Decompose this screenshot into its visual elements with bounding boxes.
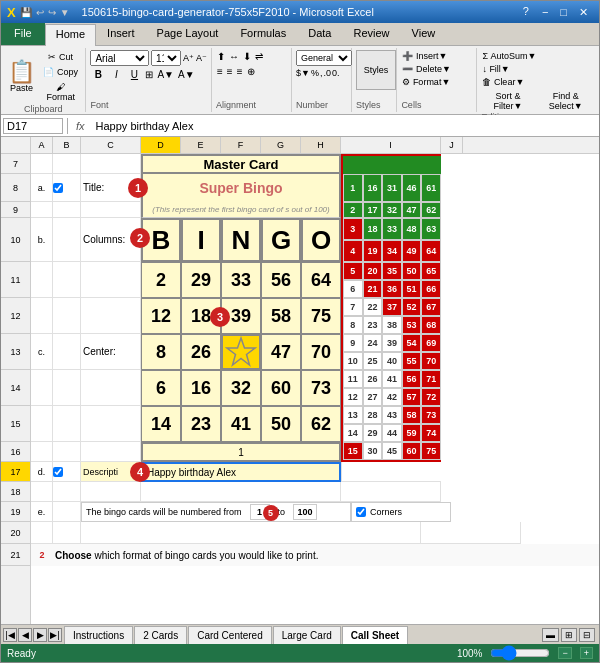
paste-button[interactable]: 📋 Paste	[5, 52, 38, 102]
last-sheet-button[interactable]: ▶|	[48, 628, 62, 642]
col-d[interactable]: D	[141, 137, 181, 153]
layout-view-button[interactable]: ⊞	[561, 628, 577, 642]
row-13[interactable]: 13	[1, 334, 30, 370]
tab-insert[interactable]: Insert	[96, 23, 146, 45]
cell-a16[interactable]	[31, 442, 53, 462]
cell-b11[interactable]	[53, 262, 81, 298]
maximize-button[interactable]: □	[555, 5, 572, 20]
col-f[interactable]: F	[221, 137, 261, 153]
copy-button[interactable]: 📄 Copy	[40, 65, 81, 79]
cell-styles-button[interactable]: Styles	[356, 50, 396, 90]
fill-button[interactable]: ↓ Fill▼	[481, 63, 595, 75]
cell-a19[interactable]: e.	[31, 502, 53, 522]
align-right-button[interactable]: ≡	[236, 65, 244, 78]
font-size-select[interactable]: 11	[151, 50, 181, 66]
cell-b8[interactable]	[53, 174, 81, 202]
cell-a13[interactable]: c.	[31, 334, 53, 370]
tab-2cards[interactable]: 2 Cards	[134, 626, 187, 644]
cell-c15[interactable]	[81, 406, 141, 442]
cell-b13[interactable]	[53, 334, 81, 370]
minimize-button[interactable]: −	[537, 5, 553, 20]
row-15[interactable]: 15	[1, 406, 30, 442]
cell-i20[interactable]	[421, 522, 521, 544]
sort-filter-button[interactable]: Sort & Filter▼	[481, 90, 534, 112]
cell-b14[interactable]	[53, 370, 81, 406]
quick-access-more[interactable]: ▼	[60, 7, 70, 18]
cell-c16[interactable]	[81, 442, 141, 462]
cell-c10[interactable]: Columns: 2	[81, 218, 141, 262]
cell-c7[interactable]	[81, 154, 141, 174]
cell-b17[interactable]	[53, 462, 81, 482]
row-17[interactable]: 17	[1, 462, 30, 482]
tab-card-centered[interactable]: Card Centered	[188, 626, 272, 644]
cell-b19[interactable]	[53, 502, 81, 522]
increase-decimal-button[interactable]: .0	[323, 68, 331, 78]
super-bingo-cell[interactable]: Super Bingo	[141, 174, 341, 202]
cell-c9[interactable]	[81, 202, 141, 218]
row-21[interactable]: 21	[1, 544, 30, 566]
cell-a20[interactable]	[31, 522, 53, 544]
cell-a7[interactable]	[31, 154, 53, 174]
merge-button[interactable]: ⊕	[246, 65, 256, 78]
description-value-cell[interactable]: Happy birthday Alex	[141, 462, 341, 482]
row-14[interactable]: 14	[1, 370, 30, 406]
row-20[interactable]: 20	[1, 522, 30, 544]
underline-button[interactable]: U	[126, 68, 142, 81]
normal-view-button[interactable]: ▬	[542, 628, 559, 642]
col-e[interactable]: E	[181, 137, 221, 153]
cell-a11[interactable]	[31, 262, 53, 298]
zoom-slider[interactable]	[490, 649, 550, 657]
bold-button[interactable]: B	[90, 68, 106, 81]
cell-b7[interactable]	[53, 154, 81, 174]
quick-access-redo[interactable]: ↪	[48, 7, 56, 18]
row-12[interactable]: 12	[1, 298, 30, 334]
tab-home[interactable]: Home	[45, 24, 96, 46]
cell-c13[interactable]: Center:	[81, 334, 141, 370]
first-sheet-button[interactable]: |◀	[3, 628, 17, 642]
cell-b15[interactable]	[53, 406, 81, 442]
name-box[interactable]	[3, 118, 63, 134]
zoom-out-button[interactable]: −	[558, 647, 571, 659]
tab-review[interactable]: Review	[342, 23, 400, 45]
cut-button[interactable]: ✂ Cut	[40, 50, 81, 64]
cell-a10[interactable]: b.	[31, 218, 53, 262]
corners-checkbox[interactable]	[356, 507, 366, 517]
help-icon[interactable]: ?	[517, 5, 535, 20]
border-button[interactable]: ⊞	[144, 68, 154, 81]
row-19[interactable]: 19	[1, 502, 30, 522]
insert-button[interactable]: ➕ Insert▼	[401, 50, 472, 62]
clear-button[interactable]: 🗑 Clear▼	[481, 76, 595, 88]
cell-c20[interactable]	[81, 522, 421, 544]
cell-c14[interactable]	[81, 370, 141, 406]
cell-b20[interactable]	[53, 522, 81, 544]
col-i[interactable]: I	[341, 137, 441, 153]
cell-a12[interactable]	[31, 298, 53, 334]
tab-file[interactable]: File	[1, 23, 45, 45]
decrease-decimal-button[interactable]: 0.	[332, 68, 340, 78]
cell-c18[interactable]	[81, 482, 141, 502]
decrease-font-button[interactable]: A⁻	[196, 53, 207, 63]
delete-button[interactable]: ➖ Delete▼	[401, 63, 472, 75]
percent-button[interactable]: %	[311, 68, 319, 78]
cell-a17[interactable]: d.	[31, 462, 53, 482]
cell-c12[interactable]	[81, 298, 141, 334]
row-9[interactable]: 9	[1, 202, 30, 218]
row-7[interactable]: 7	[1, 154, 30, 174]
tab-view[interactable]: View	[401, 23, 447, 45]
prev-sheet-button[interactable]: ◀	[18, 628, 32, 642]
cell-c8[interactable]: Title: 1	[81, 174, 141, 202]
from-value[interactable]: 1 5	[250, 504, 270, 520]
col-a[interactable]: A	[31, 137, 53, 153]
row-11[interactable]: 11	[1, 262, 30, 298]
cell-a21[interactable]: 2	[31, 544, 53, 566]
currency-button[interactable]: $▼	[296, 68, 310, 78]
tab-pagelayout[interactable]: Page Layout	[146, 23, 230, 45]
tab-large-card[interactable]: Large Card	[273, 626, 341, 644]
col-c[interactable]: C	[81, 137, 141, 153]
col-b[interactable]: B	[53, 137, 81, 153]
tab-formulas[interactable]: Formulas	[229, 23, 297, 45]
font-color-button[interactable]: A▼	[177, 68, 196, 81]
page-break-view-button[interactable]: ⊟	[579, 628, 595, 642]
col-g[interactable]: G	[261, 137, 301, 153]
quick-access-undo[interactable]: ↩	[36, 7, 44, 18]
